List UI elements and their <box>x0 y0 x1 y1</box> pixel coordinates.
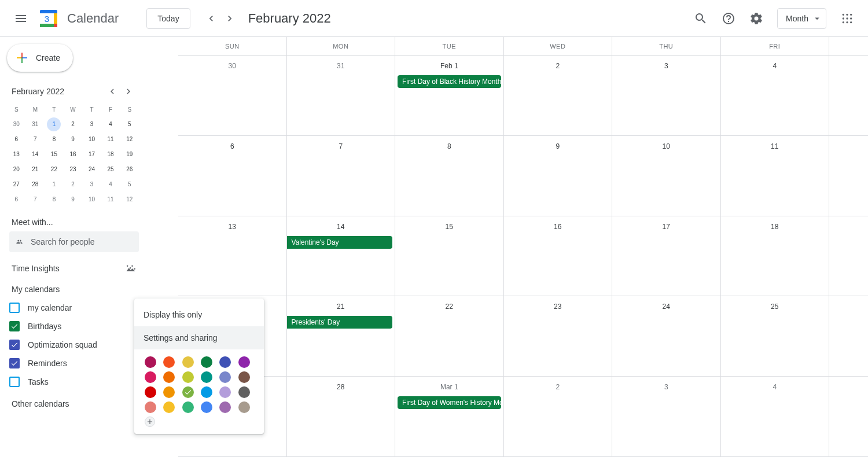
mini-day[interactable]: 5 <box>120 177 139 192</box>
color-swatch[interactable] <box>238 386 250 398</box>
day-cell[interactable]: 15 <box>395 216 503 296</box>
search-button[interactable] <box>689 7 712 30</box>
mini-day[interactable]: 16 <box>64 147 83 162</box>
calendar-checkbox[interactable] <box>9 340 20 350</box>
day-cell[interactable]: 7 <box>286 136 395 216</box>
day-cell[interactable]: 28 <box>286 377 395 456</box>
color-swatch[interactable] <box>238 356 250 368</box>
day-cell[interactable]: 14Valentine's Day <box>286 216 395 296</box>
mini-day[interactable]: 25 <box>101 162 120 177</box>
mini-day[interactable]: 11 <box>101 132 120 147</box>
mini-day[interactable]: 2 <box>64 117 83 132</box>
day-number[interactable]: 14 <box>287 220 395 234</box>
day-cell[interactable]: 21Presidents' Day <box>286 296 395 376</box>
mini-day[interactable]: 3 <box>82 177 101 192</box>
day-number[interactable]: 11 <box>721 139 829 153</box>
mini-day[interactable]: 12 <box>120 192 139 207</box>
day-cell[interactable]: 11 <box>720 136 829 216</box>
color-swatch[interactable] <box>201 371 212 383</box>
day-number[interactable]: 28 <box>287 380 395 394</box>
day-cell[interactable]: Feb 1First Day of Black History Month <box>395 56 503 135</box>
mini-day[interactable]: 10 <box>82 192 101 207</box>
mini-day[interactable]: 2 <box>64 177 83 192</box>
calendar-list-item[interactable]: Reminders <box>7 354 139 373</box>
mini-day[interactable]: 5 <box>120 117 139 132</box>
day-number[interactable]: Mar 1 <box>395 380 503 394</box>
settings-button[interactable] <box>745 7 768 30</box>
day-number[interactable]: 3 <box>612 380 720 394</box>
day-cell[interactable]: 2 <box>503 56 612 135</box>
mini-day[interactable]: 21 <box>26 162 45 177</box>
color-swatch[interactable] <box>201 401 212 413</box>
mini-day[interactable]: 11 <box>101 192 120 207</box>
mini-day[interactable]: 8 <box>45 192 64 207</box>
mini-day[interactable]: 7 <box>26 132 45 147</box>
day-number[interactable]: 30 <box>178 59 286 73</box>
mini-next-button[interactable] <box>120 83 137 99</box>
day-number[interactable]: 10 <box>612 139 720 153</box>
day-number[interactable]: 2 <box>504 380 612 394</box>
day-cell[interactable]: 8 <box>395 136 503 216</box>
mini-day[interactable]: 6 <box>7 132 26 147</box>
mini-day[interactable]: 12 <box>120 132 139 147</box>
day-number[interactable]: 31 <box>287 59 395 73</box>
display-only-option[interactable]: Display this only <box>134 303 264 326</box>
color-swatch[interactable] <box>145 371 156 383</box>
day-number[interactable]: 24 <box>612 300 720 314</box>
color-swatch[interactable] <box>219 356 231 368</box>
day-number[interactable]: 8 <box>395 139 503 153</box>
color-swatch[interactable] <box>201 356 212 368</box>
calendar-event[interactable]: Presidents' Day <box>287 316 393 329</box>
color-swatch[interactable] <box>182 386 194 398</box>
mini-day[interactable]: 8 <box>45 132 64 147</box>
color-swatch[interactable] <box>145 386 156 398</box>
color-swatch[interactable] <box>238 401 250 413</box>
day-number[interactable]: 21 <box>287 300 395 314</box>
google-apps-button[interactable] <box>836 7 859 30</box>
calendar-checkbox[interactable] <box>9 321 20 331</box>
color-swatch[interactable] <box>163 401 175 413</box>
day-cell[interactable]: 2 <box>503 377 612 456</box>
main-menu-button[interactable] <box>7 5 35 32</box>
mini-day[interactable]: 23 <box>64 162 83 177</box>
day-cell[interactable]: 24 <box>612 296 720 376</box>
day-number[interactable]: 15 <box>395 220 503 234</box>
calendar-list-item[interactable]: my calendar <box>7 298 139 317</box>
color-swatch[interactable] <box>219 401 231 413</box>
day-number[interactable]: 18 <box>721 220 829 234</box>
day-cell[interactable]: 18 <box>720 216 829 296</box>
day-cell[interactable]: 4 <box>720 56 829 135</box>
day-cell[interactable]: 30 <box>178 56 286 135</box>
mini-day[interactable]: 28 <box>26 177 45 192</box>
calendar-event[interactable]: First Day of Black History Month <box>398 75 501 88</box>
day-cell[interactable]: 31 <box>286 56 395 135</box>
color-swatch[interactable] <box>145 356 156 368</box>
day-number[interactable]: 9 <box>504 139 612 153</box>
day-cell[interactable]: 22 <box>395 296 503 376</box>
day-cell[interactable]: 17 <box>612 216 720 296</box>
mini-day[interactable]: 7 <box>26 192 45 207</box>
add-color-button[interactable] <box>145 417 155 427</box>
mini-day[interactable]: 22 <box>45 162 64 177</box>
color-swatch[interactable] <box>145 401 156 413</box>
next-period-button[interactable] <box>220 9 239 28</box>
mini-day[interactable]: 18 <box>101 147 120 162</box>
day-number[interactable]: 25 <box>721 300 829 314</box>
mini-day[interactable]: 24 <box>82 162 101 177</box>
other-calendars-section[interactable]: Other calendars <box>12 399 139 408</box>
view-selector[interactable]: Month <box>777 8 826 29</box>
mini-day[interactable]: 17 <box>82 147 101 162</box>
day-number[interactable]: 6 <box>178 139 286 153</box>
calendar-list-item[interactable]: Birthdays <box>7 317 139 336</box>
color-swatch[interactable] <box>182 356 194 368</box>
day-number[interactable]: 4 <box>721 59 829 73</box>
mini-day[interactable]: 26 <box>120 162 139 177</box>
prev-period-button[interactable] <box>202 9 220 28</box>
calendar-checkbox[interactable] <box>9 303 20 313</box>
day-cell[interactable]: 23 <box>503 296 612 376</box>
day-cell[interactable]: 4 <box>720 377 829 456</box>
mini-day[interactable]: 9 <box>64 132 83 147</box>
day-cell[interactable]: 3 <box>612 377 720 456</box>
calendar-checkbox[interactable] <box>9 377 20 387</box>
color-swatch[interactable] <box>182 371 194 383</box>
